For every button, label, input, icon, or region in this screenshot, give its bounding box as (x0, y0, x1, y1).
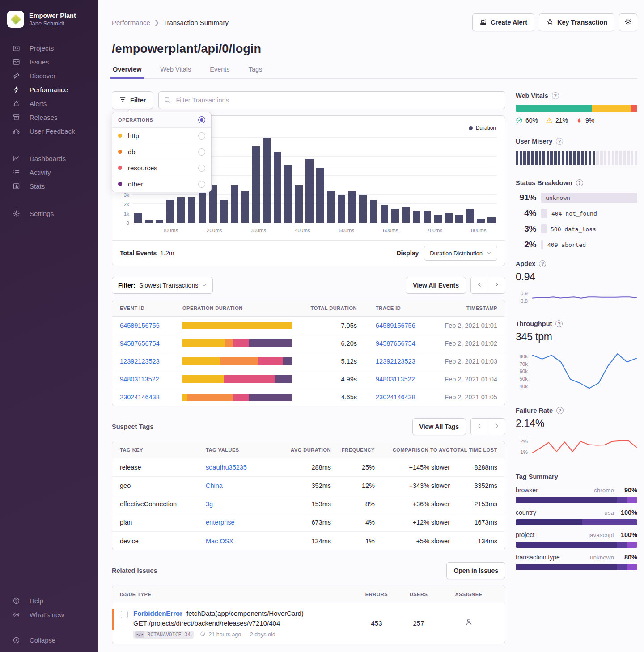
tag-value-link[interactable]: China (206, 482, 223, 489)
histogram-bar[interactable] (263, 138, 271, 223)
histogram-bar[interactable] (477, 219, 484, 223)
event-id-link[interactable]: 64589156756 (120, 322, 182, 329)
histogram-bar[interactable] (252, 146, 260, 223)
help-circle-icon[interactable]: ? (576, 179, 583, 186)
operations-all-radio[interactable] (198, 116, 205, 123)
histogram-bar[interactable] (295, 185, 302, 223)
operation-option-other[interactable]: other (112, 176, 211, 192)
trace-id-link[interactable]: 94587656754 (376, 340, 415, 347)
sidebar-item-help[interactable]: Help (0, 594, 98, 608)
help-circle-icon[interactable]: ? (555, 320, 563, 327)
histogram-bar[interactable] (381, 205, 388, 223)
event-id-link[interactable]: 12392123523 (120, 358, 182, 365)
sidebar-item-whats-new[interactable]: What's new (0, 608, 98, 622)
histogram-bar[interactable] (242, 191, 249, 223)
histogram-bar[interactable] (177, 197, 185, 223)
trace-id-link[interactable]: 64589156756 (376, 322, 415, 329)
histogram-bar[interactable] (487, 217, 495, 223)
issue-row[interactable]: ForbiddenErrorfetchData(app/components/H… (112, 603, 505, 644)
operation-option-http[interactable]: http (112, 127, 211, 144)
histogram-bar[interactable] (145, 220, 153, 223)
tag-value-link[interactable]: enterprise (206, 519, 234, 526)
trace-id-link[interactable]: 12392123523 (376, 358, 415, 365)
issue-assignee[interactable] (440, 610, 497, 639)
sidebar-item-stats[interactable]: Stats (0, 179, 98, 193)
tag-value-link[interactable]: sdaufhu35235 (206, 464, 247, 471)
search-input[interactable] (158, 91, 505, 109)
sidebar-item-projects[interactable]: Projects (0, 41, 98, 55)
histogram-bar[interactable] (199, 193, 206, 223)
operation-option-db[interactable]: db (112, 144, 211, 160)
histogram-bar[interactable] (402, 207, 410, 223)
org-switcher[interactable]: Empower Plant Jane Schmidt (0, 8, 98, 28)
tags-next-page-button[interactable] (488, 419, 505, 435)
event-id-link[interactable]: 23024146438 (120, 394, 182, 401)
operation-option-radio[interactable] (198, 165, 205, 172)
histogram-bar[interactable] (413, 211, 420, 223)
tab-overview[interactable]: Overview (112, 66, 143, 78)
histogram-bar[interactable] (348, 191, 356, 223)
histogram-bar[interactable] (166, 200, 174, 223)
operation-option-radio[interactable] (198, 132, 205, 140)
histogram-bar[interactable] (305, 159, 313, 223)
tag-value-link[interactable]: Mac OSX (206, 538, 233, 545)
filter-button[interactable]: Filter (112, 91, 153, 109)
event-id-link[interactable]: 94587656754 (120, 340, 182, 347)
sidebar-item-performance[interactable]: Performance (0, 83, 98, 97)
event-id-link[interactable]: 94803113522 (120, 376, 182, 383)
histogram-bar[interactable] (327, 191, 335, 223)
trace-id-link[interactable]: 23024146438 (376, 394, 415, 401)
sidebar-item-user-feedback[interactable]: User Feedback (0, 124, 98, 138)
sidebar-item-alerts[interactable]: Alerts (0, 97, 98, 110)
tab-events[interactable]: Events (209, 66, 230, 78)
operation-option-radio[interactable] (198, 181, 205, 188)
histogram-bar[interactable] (188, 197, 195, 223)
view-all-tags-button[interactable]: View All Tags (412, 418, 466, 435)
histogram-bar[interactable] (156, 220, 163, 223)
sidebar-item-dashboards[interactable]: Dashboards (0, 152, 98, 165)
transactions-filter-select[interactable]: Filter: Slowest Transactions (112, 277, 213, 294)
help-circle-icon[interactable]: ? (552, 92, 559, 99)
histogram-bar[interactable] (274, 152, 281, 223)
tab-web-vitals[interactable]: Web Vitals (160, 66, 192, 78)
events-prev-page-button[interactable] (471, 277, 488, 293)
issue-error-type-link[interactable]: ForbiddenError (133, 610, 182, 617)
histogram-bar[interactable] (445, 213, 453, 223)
histogram-bar[interactable] (316, 168, 324, 223)
histogram-bar[interactable] (359, 195, 367, 223)
operation-option-resources[interactable]: resources (112, 160, 211, 176)
issue-checkbox[interactable] (121, 611, 128, 618)
histogram-bar[interactable] (231, 185, 238, 223)
key-transaction-button[interactable]: Key Transaction (539, 13, 614, 31)
histogram-bar[interactable] (284, 165, 292, 223)
events-next-page-button[interactable] (488, 277, 505, 293)
sidebar-item-activity[interactable]: Activity (0, 165, 98, 179)
breadcrumb-performance[interactable]: Performance (112, 19, 150, 26)
histogram-bar[interactable] (134, 213, 142, 223)
operation-option-radio[interactable] (198, 148, 205, 156)
chart-legend[interactable]: Duration (469, 125, 496, 131)
histogram-bar[interactable] (466, 209, 474, 223)
sidebar-item-releases[interactable]: Releases (0, 110, 98, 124)
sidebar-item-collapse[interactable]: Collapse (0, 633, 98, 647)
histogram-bar[interactable] (424, 211, 431, 223)
help-circle-icon[interactable]: ? (556, 407, 564, 414)
sidebar-item-issues[interactable]: Issues (0, 55, 98, 69)
histogram-bar[interactable] (455, 215, 463, 223)
operations-dropdown-header[interactable]: OPERATIONS (112, 112, 211, 127)
tag-value-link[interactable]: 3g (206, 500, 213, 508)
histogram-bar[interactable] (434, 215, 442, 223)
histogram-bar[interactable] (338, 195, 345, 223)
help-circle-icon[interactable]: ? (556, 138, 563, 145)
transaction-settings-button[interactable] (619, 13, 637, 31)
issue-short-id-badge[interactable]: </> BOTANAVOICE-34 (133, 631, 194, 639)
histogram-bar[interactable] (220, 200, 228, 223)
tab-tags[interactable]: Tags (248, 66, 263, 78)
histogram-bar[interactable] (391, 209, 399, 223)
help-circle-icon[interactable]: ? (539, 260, 546, 267)
display-select[interactable]: Duration Distribution (424, 246, 497, 261)
create-alert-button[interactable]: Create Alert (472, 13, 534, 31)
histogram-bar[interactable] (370, 200, 377, 223)
sidebar-item-settings[interactable]: Settings (0, 207, 98, 220)
view-all-events-button[interactable]: View All Events (406, 277, 466, 294)
